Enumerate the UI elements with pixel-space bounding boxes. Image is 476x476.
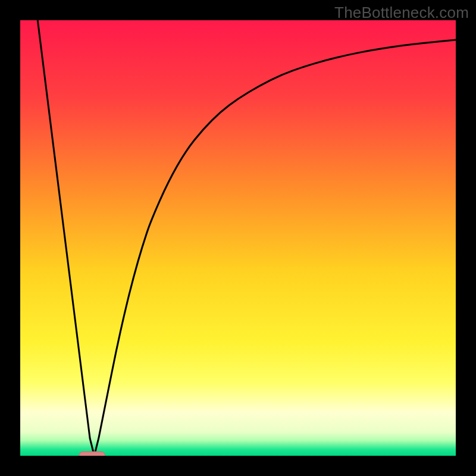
plot-area	[20, 20, 456, 456]
gradient-background	[20, 20, 456, 456]
chart-svg	[20, 20, 456, 456]
optimal-point-marker	[79, 452, 105, 456]
chart-frame: TheBottleneck.com	[0, 0, 476, 476]
watermark-text: TheBottleneck.com	[334, 4, 469, 22]
